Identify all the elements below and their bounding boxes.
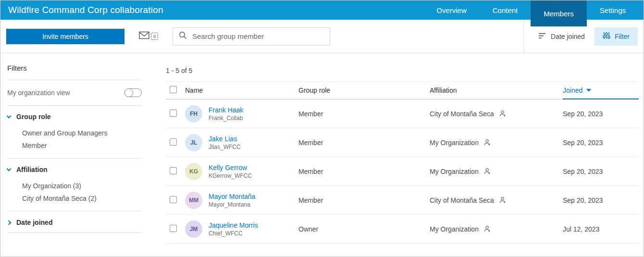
content: Filters My organization view Group role … [0,53,644,257]
table-row: FH Frank Haak Frank_Collab Member City o… [166,99,639,128]
affiliation-items: My Organization (3) City of Montaña Seca… [7,180,142,205]
column-header-affiliation[interactable]: Affiliation [430,86,563,94]
member-group-role: Member [298,168,430,175]
member-category-icon[interactable] [499,196,506,204]
filter-item-member[interactable]: Member [22,139,142,152]
member-username: Chief_WFCC [209,230,258,237]
table-row: KG Kelly Gerrow KGerrow_WFCC Member My O… [166,157,639,186]
avatar: JM [185,220,202,238]
tab-settings[interactable]: Settings [587,0,639,20]
table-row: JM Jaqueline Morris Chief_WFCC Owner My … [166,215,639,244]
member-username: Mayor_Montana [209,201,255,208]
member-affiliation: My Organization [430,168,479,175]
search-icon [179,31,187,41]
row-checkbox[interactable] [170,138,177,146]
member-category-icon[interactable] [483,225,491,233]
page-title: Wildfire Command Corp collaboration [8,5,163,15]
member-name-link[interactable]: Jake Lias [209,135,241,143]
avatar: MM [185,192,202,209]
name-stack: Frank Haak Frank_Collab [209,106,243,122]
filter-item-city-montana-seca[interactable]: City of Montaña Seca (2) [22,192,142,205]
envelope-count-badge: 0 [151,33,158,40]
message-members-control[interactable]: 0 [139,31,158,41]
invite-members-button[interactable]: Invite members [6,29,124,44]
name-stack: Jake Lias Jlias_WFCC [209,135,241,150]
member-category-icon[interactable] [483,139,491,146]
member-affiliation: City of Montaña Seca [430,110,494,118]
select-all-checkbox[interactable] [170,86,177,93]
org-view-toggle[interactable] [124,88,142,97]
member-username: KGerrow_WFCC [209,172,252,179]
chevron-down-icon [7,167,12,171]
tab-content[interactable]: Content [480,0,531,20]
search-input[interactable] [192,32,324,40]
member-username: Jlias_WFCC [209,144,241,150]
filter-label: Filter [615,33,630,40]
table-row: MM Mayor Montaña Mayor_Montana Member Ci… [166,186,639,215]
table-header-row: Name Group role Affiliation Joined [166,81,639,99]
section-label: Group role [16,113,51,121]
org-view-label: My organization view [7,89,70,97]
filter-button[interactable]: Filter [594,27,638,46]
date-joined-section-header[interactable]: Date joined [7,219,142,226]
member-name-link[interactable]: Mayor Montaña [209,193,255,200]
member-joined-date: Sep 20, 2023 [563,110,639,118]
table-row: JL Jake Lias Jlias_WFCC Member My Organi… [166,128,639,157]
sort-icon [538,32,546,41]
member-affiliation: My Organization [430,139,479,147]
row-checkbox[interactable] [170,167,177,174]
column-header-name[interactable]: Name [185,86,298,94]
member-joined-date: Sep 20, 2023 [563,139,639,147]
group-role-items: Owner and Group Managers Member [7,127,142,152]
member-category-icon[interactable] [499,110,506,117]
group-role-section-header[interactable]: Group role [7,113,142,121]
joined-header-label: Joined [563,86,582,94]
avatar: FH [185,105,202,122]
member-affiliation: My Organization [430,225,479,233]
sort-control[interactable]: Date joined [538,32,585,41]
member-group-role: Member [298,196,430,204]
sort-caret-down-icon [586,89,591,92]
member-username: Frank_Collab [209,115,243,122]
affiliation-section-header[interactable]: Affiliation [7,166,142,173]
avatar: KG [185,163,202,180]
member-category-icon[interactable] [483,168,491,175]
sidebar-section-date-joined: Date joined [7,211,142,233]
members-table: Name Group role Affiliation Joined FH [166,81,639,244]
section-label: Date joined [16,219,52,226]
members-main: 1 - 5 of 5 Name Group role Affiliation J… [154,53,644,257]
name-stack: Jaqueline Morris Chief_WFCC [209,221,258,237]
chevron-right-icon [7,220,12,225]
member-group-role: Member [298,110,430,118]
app-header: Wildfire Command Corp collaboration Over… [0,0,644,20]
org-view-row: My organization view [7,80,142,106]
member-name-link[interactable]: Kelly Gerrow [209,164,252,171]
member-name-link[interactable]: Frank Haak [209,106,243,114]
filter-item-owner-managers[interactable]: Owner and Group Managers [22,127,142,139]
member-name-link[interactable]: Jaqueline Morris [209,221,258,229]
section-label: Affiliation [16,166,48,173]
row-checkbox[interactable] [170,225,177,232]
member-joined-date: Sep 20, 2023 [563,168,639,175]
header-nav: Overview Content Members Settings [423,0,644,20]
filter-item-my-organization[interactable]: My Organization (3) [22,180,142,192]
search-box [173,27,330,46]
column-header-group-role[interactable]: Group role [298,86,430,94]
name-stack: Mayor Montaña Mayor_Montana [209,193,255,208]
member-joined-date: Jul 12, 2023 [563,225,639,233]
sidebar-section-group-role: Group role Owner and Group Managers Memb… [7,106,142,159]
tab-members[interactable]: Members [531,0,587,26]
result-count: 1 - 5 of 5 [166,67,639,74]
tab-overview[interactable]: Overview [423,0,480,20]
filters-sidebar: Filters My organization view Group role … [0,53,154,257]
toggle-knob [124,88,133,97]
page: Wildfire Command Corp collaboration Over… [0,0,644,257]
chevron-down-icon [7,114,12,119]
row-checkbox[interactable] [170,196,177,203]
filters-heading: Filters [7,53,142,80]
column-header-joined[interactable]: Joined [563,82,639,99]
member-affiliation: City of Montaña Seca [430,196,494,204]
filter-sliders-icon [603,32,610,41]
member-group-role: Owner [298,225,430,233]
row-checkbox[interactable] [170,110,177,117]
